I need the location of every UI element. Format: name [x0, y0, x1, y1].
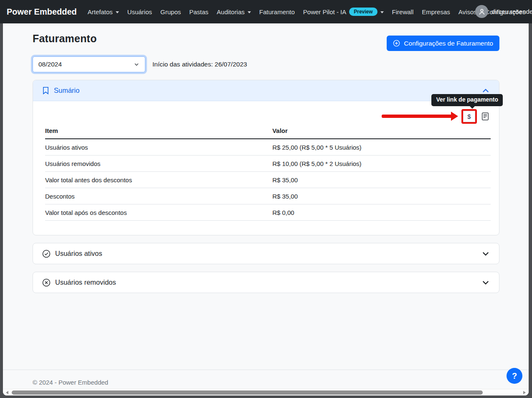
nav-item-power-pilot-label: Power Pilot - IA [303, 8, 346, 15]
copyright-label: © 2024 - Power Embedded [33, 379, 108, 386]
user-name-label: dirceu.resende@ [491, 8, 532, 15]
nav-item-pastas[interactable]: Pastas [185, 5, 213, 19]
section-removed-users[interactable]: Usuários removidos [33, 272, 499, 293]
summary-table-body: Usuários ativosR$ 25,00 (R$ 5,00 * 5 Usu… [45, 139, 491, 221]
table-cell: R$ 35,00 [272, 172, 491, 188]
preview-badge: Preview [349, 8, 377, 16]
nav-item-usuarios[interactable]: Usuários [123, 5, 156, 19]
table-cell: Valor total após os descontos [45, 204, 272, 221]
check-circle-icon [42, 250, 51, 258]
payment-link-button[interactable]: $ [463, 111, 475, 122]
nav-item-artefatos[interactable]: Artefatos [84, 5, 123, 19]
scroll-right-arrow-icon[interactable] [523, 391, 526, 394]
nav-item-power-pilot[interactable]: Power Pilot - IA Preview [299, 4, 388, 19]
chevron-down-icon[interactable] [481, 278, 490, 287]
table-header-row: Item Valor [45, 125, 491, 139]
chevron-down-icon [248, 11, 251, 13]
user-menu[interactable]: dirceu.resende@ [475, 5, 532, 18]
payment-link-tooltip: Ver link de pagamento [431, 94, 503, 106]
section-removed-users-label: Usuários removidos [55, 278, 116, 286]
x-circle-icon [42, 278, 51, 287]
bookmark-icon [42, 87, 49, 94]
nav-item-firewall[interactable]: Firewall [388, 5, 418, 19]
nav-item-empresas-label: Empresas [422, 8, 450, 15]
summary-card-body: Ver link de pagamento $ [33, 101, 499, 235]
activity-start-label: Início das atividades: 26/07/2023 [152, 61, 247, 68]
summary-table: Item Valor Usuários ativosR$ 25,00 (R$ 5… [45, 125, 491, 221]
billing-settings-button[interactable]: Configurações de Faturamento [387, 36, 499, 51]
summary-card-header[interactable]: Sumário [33, 80, 499, 101]
chevron-down-icon [380, 11, 384, 13]
chevron-down-icon [116, 11, 119, 13]
chevron-up-icon[interactable] [481, 87, 490, 95]
annotation-highlight-box: $ [461, 109, 477, 124]
nav-item-avisos-label: Avisos [459, 8, 477, 15]
column-header-valor: Valor [272, 125, 491, 139]
summary-card: Sumário Ver link de pagamento [33, 80, 499, 235]
app-logo[interactable]: Power Embedded [7, 7, 77, 17]
nav-item-auditorias-label: Auditorias [217, 8, 245, 15]
billing-period-select[interactable]: 08/2024 [33, 56, 145, 72]
nav-item-usuarios-label: Usuários [127, 8, 152, 15]
nav-item-grupos-label: Grupos [160, 8, 181, 15]
help-button[interactable]: ? [507, 368, 522, 384]
table-cell: Valor total antes dos descontos [45, 172, 272, 188]
browser-viewport: Faturamento Configurações de Faturamento… [3, 23, 529, 395]
page-title: Faturamento [33, 33, 97, 45]
billing-page: Faturamento Configurações de Faturamento… [3, 23, 529, 389]
section-active-users-label: Usuários ativos [55, 250, 102, 258]
billing-settings-label: Configurações de Faturamento [404, 40, 493, 47]
table-cell: Usuários ativos [45, 139, 272, 156]
table-row: Valor total após os descontosR$ 0,00 [45, 204, 491, 221]
table-cell: Descontos [45, 188, 272, 204]
nav-item-firewall-label: Firewall [392, 8, 414, 15]
table-cell: R$ 35,00 [272, 188, 491, 204]
section-active-users[interactable]: Usuários ativos [33, 243, 499, 264]
page-footer: © 2024 - Power Embedded [3, 370, 529, 386]
table-cell: R$ 0,00 [272, 204, 491, 221]
nav-item-grupos[interactable]: Grupos [156, 5, 185, 19]
nav-item-auditorias[interactable]: Auditorias [213, 5, 255, 19]
summary-card-title: Sumário [54, 87, 79, 94]
nav-item-faturamento[interactable]: Faturamento [255, 5, 299, 19]
nav-item-faturamento-label: Faturamento [259, 8, 295, 15]
table-cell: R$ 10,00 (R$ 5,00 * 2 Usuários) [272, 156, 491, 172]
scrollbar-thumb[interactable] [12, 390, 483, 395]
scroll-left-arrow-icon[interactable] [6, 391, 8, 394]
table-row: Usuários ativosR$ 25,00 (R$ 5,00 * 5 Usu… [45, 139, 491, 156]
billing-period-value: 08/2024 [38, 61, 62, 68]
chevron-down-icon [134, 61, 139, 67]
table-cell: Usuários removidos [45, 156, 272, 172]
nav-item-pastas-label: Pastas [189, 8, 208, 15]
table-cell: R$ 25,00 (R$ 5,00 * 5 Usuários) [272, 139, 491, 156]
table-row: Valor total antes dos descontosR$ 35,00 [45, 172, 491, 188]
invoice-details-button[interactable] [480, 110, 491, 122]
horizontal-scrollbar[interactable] [3, 389, 529, 395]
user-avatar-icon [475, 5, 488, 18]
annotation-arrow [382, 112, 458, 121]
top-navbar: Power Embedded Artefatos Usuários Grupos… [0, 0, 532, 23]
table-row: Usuários removidosR$ 10,00 (R$ 5,00 * 2 … [45, 156, 491, 172]
plus-circle-icon [393, 40, 400, 47]
table-row: DescontosR$ 35,00 [45, 188, 491, 204]
nav-item-empresas[interactable]: Empresas [418, 5, 454, 19]
column-header-item: Item [45, 125, 272, 139]
nav-item-artefatos-label: Artefatos [88, 8, 113, 15]
file-text-icon [481, 112, 489, 121]
chevron-down-icon[interactable] [481, 250, 490, 258]
